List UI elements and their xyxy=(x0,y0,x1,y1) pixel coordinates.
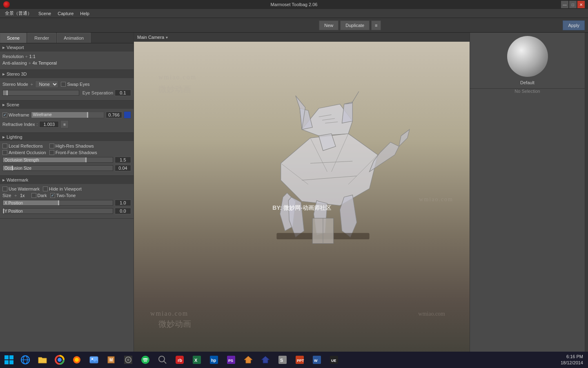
menu-capture[interactable]: Capture xyxy=(54,10,77,17)
resolution-value[interactable]: 1:1 xyxy=(29,54,35,59)
scene-arrow-icon: ▶ xyxy=(2,103,5,107)
taskbar-app-house[interactable] xyxy=(240,352,256,367)
stereo3d-section-header[interactable]: ▶ Stereo 3D xyxy=(0,70,134,78)
stereo-mode-label: Stereo Mode xyxy=(2,82,28,87)
toolbar-menu-icon[interactable]: ≡ xyxy=(371,20,381,30)
taskbar-app-ie[interactable] xyxy=(17,352,33,367)
taskbar-app-folder[interactable] xyxy=(34,352,51,367)
menu-help[interactable]: Help xyxy=(77,10,93,17)
svg-rect-26 xyxy=(9,355,13,359)
eye-separation-slider[interactable] xyxy=(2,90,79,96)
maximize-button[interactable]: □ xyxy=(569,1,577,8)
svg-rect-28 xyxy=(9,360,13,364)
frontface-shadows-checkbox-label[interactable]: Front-Face Shadows xyxy=(49,150,97,155)
taskbar-app-unreal[interactable]: UE xyxy=(326,352,342,367)
y-position-input[interactable] xyxy=(115,208,131,214)
dark-checkbox-label[interactable]: Dark xyxy=(31,193,47,198)
frontface-shadows-checkbox[interactable] xyxy=(49,150,54,155)
taskbar-app-3d[interactable]: M xyxy=(103,352,119,367)
y-position-slider[interactable]: Y Position xyxy=(2,208,113,214)
dark-checkbox[interactable] xyxy=(31,193,36,198)
svg-text:W: W xyxy=(314,359,318,363)
lighting-section-header[interactable]: ▶ Lighting xyxy=(0,133,134,141)
two-tone-checkbox[interactable]: ✓ xyxy=(50,193,55,198)
taskbar-app-photo[interactable] xyxy=(86,352,102,367)
two-tone-checkbox-label[interactable]: ✓ Two-Tone xyxy=(50,193,76,198)
eye-separation-input[interactable] xyxy=(115,90,131,96)
svg-marker-4 xyxy=(342,102,353,123)
tab-render[interactable]: Render xyxy=(27,33,56,43)
tab-scene[interactable]: Scene xyxy=(0,33,27,43)
hide-viewport-checkbox[interactable] xyxy=(43,186,48,191)
x-position-input[interactable] xyxy=(115,200,131,206)
occlusion-strength-input[interactable] xyxy=(115,157,131,163)
hide-viewport-checkbox-label[interactable]: Hide in Viewport xyxy=(43,186,82,191)
viewport-section-content: Resolution ÷ 1:1 Anti-aliasing ÷ 4x Temp… xyxy=(0,52,134,70)
ambient-occlusion-checkbox[interactable] xyxy=(2,150,7,155)
occlusion-size-input[interactable] xyxy=(115,165,131,171)
right-panel-scrollbar[interactable] xyxy=(585,33,588,366)
refractive-index-input[interactable] xyxy=(39,121,59,128)
stereo3d-section-content: Stereo Mode ÷ None Swap Eyes Eye xyxy=(0,78,134,100)
start-button[interactable] xyxy=(2,352,16,367)
use-watermark-checkbox-label[interactable]: Use Watermark xyxy=(2,186,40,191)
svg-point-42 xyxy=(127,359,129,361)
duplicate-button[interactable]: Duplicate xyxy=(340,20,370,30)
ambient-occlusion-checkbox-label[interactable]: Ambient Occlusion xyxy=(2,150,46,155)
svg-line-45 xyxy=(164,361,166,364)
lighting-arrow-icon: ▶ xyxy=(2,135,5,139)
right-bottom: No Selection xyxy=(470,89,585,94)
scene-section-header[interactable]: ▶ Scene xyxy=(0,101,134,109)
occlusion-size-slider[interactable]: Occlusion Size xyxy=(2,165,113,171)
refractive-menu-icon[interactable]: ≡ xyxy=(60,120,69,128)
apply-button[interactable]: Apply xyxy=(563,20,585,30)
size-value[interactable]: 1x xyxy=(20,193,25,198)
taskbar-app-marmoset[interactable] xyxy=(120,352,136,367)
antialiasing-value[interactable]: 4x Temporal xyxy=(32,61,57,65)
taskbar-app-house2[interactable] xyxy=(257,352,274,367)
svg-text:rb: rb xyxy=(178,358,182,363)
wireframe-checkbox[interactable]: ✓ xyxy=(2,112,7,117)
occlusion-strength-slider[interactable]: Occlusion Strength xyxy=(2,157,113,163)
taskbar-app-search[interactable] xyxy=(154,352,171,367)
watermark-section-header[interactable]: ▶ Watermark xyxy=(0,176,134,184)
local-reflections-checkbox-label[interactable]: Local Reflections xyxy=(2,144,46,148)
stereo3d-section-title: Stereo 3D xyxy=(7,72,27,76)
viewport[interactable]: Main Camera ▾ wmiao.com 微妙动画 BY: 微妙网-动画师… xyxy=(134,33,470,366)
minimize-button[interactable]: — xyxy=(561,1,568,8)
taskbar-app-firefox[interactable] xyxy=(69,352,85,367)
swap-eyes-checkbox[interactable] xyxy=(61,82,66,87)
stereo-mode-select[interactable]: None xyxy=(35,81,58,88)
x-position-slider[interactable]: X Position xyxy=(2,200,113,206)
taskbar-app-excel[interactable]: X xyxy=(189,352,205,367)
tab-animation[interactable]: Animation xyxy=(57,33,91,43)
taskbar-app-chrome[interactable] xyxy=(51,352,68,367)
menu-file[interactable]: 全景（普通） xyxy=(2,9,35,17)
wireframe-value-input[interactable] xyxy=(106,112,122,118)
taskbar-app-sketchup[interactable]: S xyxy=(274,352,291,367)
local-reflections-checkbox[interactable] xyxy=(2,144,7,148)
taskbar-app-purple[interactable]: PS xyxy=(223,352,239,367)
taskbar-app-hp[interactable]: hp xyxy=(206,352,222,367)
highres-shadows-checkbox[interactable] xyxy=(49,144,54,148)
camera-label: Main Camera xyxy=(137,35,164,40)
antialiasing-label: Anti-aliasing xyxy=(2,61,27,65)
use-watermark-checkbox[interactable] xyxy=(2,186,7,191)
camera-dropdown-icon[interactable]: ▾ xyxy=(166,35,168,40)
taskbar-app-red[interactable]: rb xyxy=(172,352,188,367)
wireframe-checkbox-label[interactable]: ✓ Wireframe xyxy=(2,112,29,117)
wireframe-color-swatch[interactable] xyxy=(124,111,131,119)
taskbar-app-spotify[interactable] xyxy=(137,352,154,367)
taskbar-app-powerpoint[interactable]: PPT xyxy=(292,352,308,367)
menu-scene[interactable]: Scene xyxy=(35,10,54,17)
highres-shadows-checkbox-label[interactable]: High-Res Shadows xyxy=(49,144,97,148)
swap-eyes-checkbox-label[interactable]: Swap Eyes xyxy=(61,82,89,87)
material-label: Default xyxy=(520,80,535,85)
wireframe-slider[interactable]: Wireframe xyxy=(31,112,104,118)
svg-marker-8 xyxy=(399,130,410,146)
new-button[interactable]: New xyxy=(319,20,339,30)
viewport-section-header[interactable]: ▶ Viewport xyxy=(0,43,134,52)
taskbar-app-word[interactable]: W xyxy=(309,352,325,367)
close-button[interactable]: ✕ xyxy=(577,1,585,8)
svg-marker-55 xyxy=(261,356,270,363)
